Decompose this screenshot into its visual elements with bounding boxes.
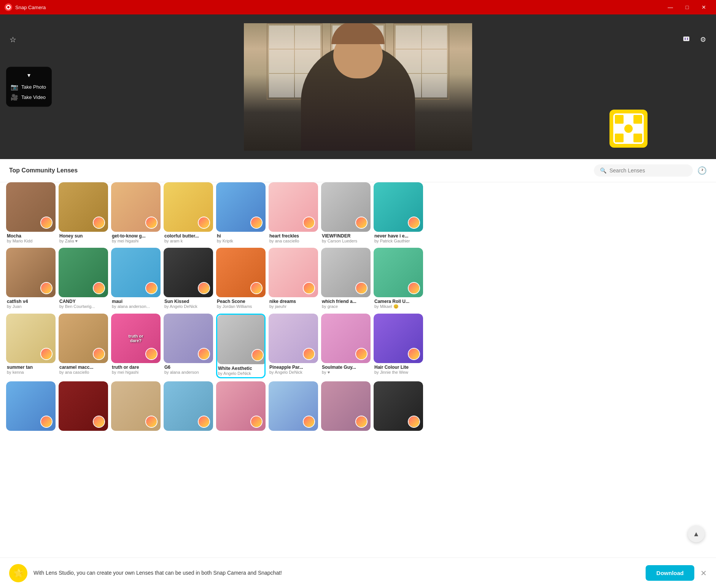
lens-item[interactable]: nike dreamsby jaeuhr — [269, 248, 318, 311]
lens-item[interactable]: heart frecklesby ana casciello — [269, 182, 318, 245]
lens-thumbnail — [111, 182, 161, 232]
lens-item[interactable]: Camera Roll U...by Mikael 😊 — [374, 248, 423, 311]
lens-thumbnail — [216, 381, 266, 431]
lens-item[interactable]: Pineapple Par...by Angelo DeNick — [269, 314, 318, 378]
avatar — [40, 217, 53, 229]
lens-info: mauiby alana anderson... — [111, 297, 161, 310]
lens-info: caramel macc...by ana casciello — [59, 363, 108, 376]
lens-author: by Zalia ♥ — [59, 239, 107, 243]
lens-item[interactable] — [374, 381, 423, 434]
lens-name: truth or dare — [112, 365, 160, 370]
avatar — [355, 348, 368, 360]
maximize-button[interactable]: □ — [679, 2, 695, 13]
lens-item[interactable] — [111, 381, 161, 434]
settings-button[interactable]: ⚙ — [696, 33, 710, 46]
avatar — [198, 217, 210, 229]
lens-item[interactable]: CANDYby Ben Courtwrig... — [59, 248, 108, 311]
lens-item[interactable]: colorful butter...by aram k — [164, 182, 213, 245]
lens-name: G6 — [164, 365, 212, 370]
lens-thumbnail — [59, 248, 108, 297]
close-button[interactable]: ✕ — [696, 2, 711, 13]
snap-code-grid — [613, 113, 644, 144]
download-button[interactable]: Download — [646, 565, 694, 581]
app-title: Snap Camera — [15, 5, 46, 10]
avatar — [303, 348, 315, 360]
lens-item[interactable] — [164, 381, 213, 434]
video-icon: 🎥 — [11, 94, 18, 101]
lens-info: Hair Colour Liteby Jinnie the Wew — [374, 363, 423, 376]
chevron-icon: ▾ — [11, 72, 47, 79]
avatar — [93, 416, 105, 428]
lens-item[interactable] — [269, 381, 318, 434]
lens-info — [216, 431, 266, 434]
lens-thumbnail — [321, 314, 371, 363]
lens-thumbnail — [269, 182, 318, 232]
twitch-button[interactable] — [679, 33, 693, 46]
avatar — [40, 416, 53, 428]
lens-item[interactable]: White Aestheticby Angelo DeNick — [216, 314, 266, 378]
lens-item[interactable]: G6by alana anderson — [164, 314, 213, 378]
avatar — [40, 282, 53, 294]
svg-rect-3 — [685, 38, 686, 40]
svg-point-1 — [7, 6, 10, 8]
avatar — [250, 416, 263, 428]
lens-thumbnail — [269, 248, 318, 297]
take-photo-button[interactable]: 📷 Take Photo — [11, 82, 47, 92]
lens-thumbnail — [216, 248, 266, 297]
lens-author: by Carson Lueders — [322, 239, 370, 243]
lenses-row-4 — [6, 381, 710, 434]
lens-item[interactable]: Mochaby Mario Kidd — [6, 182, 56, 245]
lens-item[interactable]: mauiby alana anderson... — [111, 248, 161, 311]
scroll-up-button[interactable]: ▲ — [688, 526, 705, 542]
search-input[interactable] — [609, 167, 687, 174]
lens-thumbnail — [269, 381, 318, 431]
avatar — [250, 282, 263, 294]
svg-rect-4 — [687, 38, 688, 40]
lens-info: catfish v4by Juan — [6, 297, 56, 310]
lens-item[interactable]: Sun Kissedby Angelo DeNick — [164, 248, 213, 311]
lens-author: by alana anderson... — [112, 304, 160, 309]
lens-name: nike dreams — [269, 299, 317, 304]
search-bar: Top Community Lenses 🔍 🕐 — [0, 159, 716, 182]
lens-item[interactable]: Hair Colour Liteby Jinnie the Wew — [374, 314, 423, 378]
take-video-button[interactable]: 🎥 Take Video — [11, 92, 47, 102]
lens-name: VIEWFINDER — [322, 233, 370, 239]
lens-item[interactable]: caramel macc...by ana casciello — [59, 314, 108, 378]
lens-item[interactable]: truth or dare?truth or dareby mei higash… — [111, 314, 161, 378]
history-icon[interactable]: 🕐 — [697, 166, 707, 175]
lens-item[interactable]: get-to-know g...by mei higashi — [111, 182, 161, 245]
lens-item[interactable]: Peach Sconeby Jordan Williams — [216, 248, 266, 311]
lens-thumbnail — [59, 381, 108, 431]
lens-item[interactable]: hiby Kriptk — [216, 182, 266, 245]
lens-info: White Aestheticby Angelo DeNick — [217, 364, 264, 377]
avatar — [408, 282, 420, 294]
lens-item[interactable]: Soulmate Guy...by ♥ — [321, 314, 371, 378]
lens-thumbnail — [269, 314, 318, 363]
lens-item[interactable]: Honey sunby Zalia ♥ — [59, 182, 108, 245]
lens-item[interactable]: which friend a...by grace — [321, 248, 371, 311]
lens-info: VIEWFINDERby Carson Lueders — [321, 232, 371, 245]
avatar — [250, 217, 263, 229]
lens-author: by alana anderson — [164, 370, 212, 374]
lens-item[interactable]: catfish v4by Juan — [6, 248, 56, 311]
lens-author: by Jinnie the Wew — [374, 370, 422, 374]
lens-item[interactable]: summer tanby kenna — [6, 314, 56, 378]
search-box[interactable]: 🔍 — [594, 164, 693, 177]
lens-info: get-to-know g...by mei higashi — [111, 232, 161, 245]
lens-item[interactable]: never have i e...by Patrick Gauthier — [374, 182, 423, 245]
lens-author: by Jordan Williams — [217, 304, 265, 309]
lens-author: by grace — [322, 304, 370, 309]
lens-item[interactable] — [6, 381, 56, 434]
lens-thumbnail — [59, 314, 108, 363]
lens-item[interactable] — [216, 381, 266, 434]
lens-item[interactable]: VIEWFINDERby Carson Lueders — [321, 182, 371, 245]
snap-code — [609, 110, 648, 148]
lens-info: summer tanby kenna — [6, 363, 56, 376]
lens-item[interactable] — [59, 381, 108, 434]
lens-item[interactable] — [321, 381, 371, 434]
favorite-button[interactable]: ☆ — [6, 33, 20, 46]
minimize-button[interactable]: — — [663, 2, 678, 13]
lens-name: White Aesthetic — [218, 366, 264, 371]
close-notification-button[interactable]: ✕ — [700, 569, 707, 578]
avatar — [145, 282, 158, 294]
